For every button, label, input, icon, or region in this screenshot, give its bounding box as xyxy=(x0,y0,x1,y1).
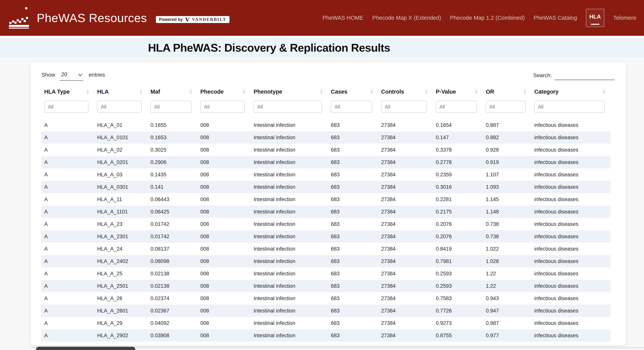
column-header[interactable]: Cases xyxy=(328,85,378,99)
table-cell: A xyxy=(41,243,94,255)
table-cell: A xyxy=(41,329,94,342)
table-cell: HLA_A_03 xyxy=(94,168,148,181)
table-cell: 27384 xyxy=(378,230,433,243)
column-header[interactable]: Maf xyxy=(148,85,197,99)
column-header[interactable]: HLA Type xyxy=(41,85,94,99)
table-cell: A xyxy=(41,304,94,317)
sort-arrows-icon xyxy=(425,90,428,94)
table-cell: 27384 xyxy=(378,218,433,230)
table-cell: A xyxy=(41,144,94,156)
column-header[interactable]: Phenotype xyxy=(250,85,328,99)
table-cell: Intestinal infection xyxy=(250,131,328,144)
column-header[interactable]: HLA xyxy=(94,85,148,99)
results-card: Show 20 entries Search: HLA Type HLA xyxy=(31,62,626,345)
title-band: HLA PheWAS: Discovery & Replication Resu… xyxy=(0,38,644,57)
table-cell: HLA_A_26 xyxy=(94,292,148,304)
filter-cell xyxy=(250,99,328,119)
table-cell: 0.2906 xyxy=(148,156,197,168)
column-header[interactable]: OR xyxy=(483,85,531,99)
table-cell: Intestinal infection xyxy=(250,218,328,230)
table-cell: 27384 xyxy=(378,267,433,280)
table-cell: 27384 xyxy=(378,193,433,206)
table-cell: infectious diseases xyxy=(531,230,610,243)
table-cell: A xyxy=(41,193,94,206)
column-header[interactable]: Category xyxy=(531,85,610,99)
table-cell: HLA_A_2301 xyxy=(94,230,148,243)
table-cell: 0.3016 xyxy=(433,181,483,193)
horizontal-scrollbar-thumb[interactable] xyxy=(36,347,135,350)
nav-item-hla[interactable]: HLA xyxy=(586,9,604,27)
table-cell: 1.22 xyxy=(483,267,531,280)
table-cell: 008 xyxy=(197,144,250,156)
nav-item-phewas-home[interactable]: PheWAS HOME xyxy=(322,15,364,21)
table-cell: infectious diseases xyxy=(531,317,610,329)
nav-item-label: Phecode Map X (Extended) xyxy=(372,15,441,21)
table-cell: 0.01742 xyxy=(148,218,197,230)
table-cell: 0.882 xyxy=(483,131,531,144)
vanderbilt-badge[interactable]: Powered by V VANDERBILT xyxy=(156,16,230,23)
table-cell: HLA_A_01 xyxy=(94,119,148,131)
column-header[interactable]: Controls xyxy=(378,85,433,99)
table-cell: 683 xyxy=(328,317,378,329)
table-cell: infectious diseases xyxy=(531,119,610,131)
table-cell: HLA_A_2601 xyxy=(94,304,148,317)
table-cell: HLA_A_23 xyxy=(94,218,148,230)
table-cell: 0.887 xyxy=(483,119,531,131)
table-row: AHLA_A_03010.141008Intestinal infection6… xyxy=(41,181,610,193)
nav-item-label: HLA xyxy=(589,14,601,20)
table-row: AHLA_A_01010.1653008Intestinal infection… xyxy=(41,131,610,144)
column-header[interactable]: P-Value xyxy=(433,85,483,99)
column-filter-input[interactable] xyxy=(486,101,526,113)
table-cell: 0.03908 xyxy=(148,329,197,342)
table-controls: Show 20 entries Search: xyxy=(41,71,616,81)
search-input[interactable] xyxy=(554,71,614,80)
table-cell: 0.7583 xyxy=(433,292,483,304)
column-header-label: Category xyxy=(534,89,558,95)
table-cell: 0.947 xyxy=(483,304,531,317)
column-filter-input[interactable] xyxy=(44,101,88,113)
table-cell: 008 xyxy=(197,131,250,144)
table-cell: 27384 xyxy=(378,280,433,292)
table-cell: 008 xyxy=(197,255,250,267)
column-filter-input[interactable] xyxy=(200,101,245,113)
table-cell: HLA_A_02 xyxy=(94,144,148,156)
page-length-control: Show 20 entries xyxy=(42,71,105,81)
table-cell: Intestinal infection xyxy=(250,181,328,193)
table-cell: HLA_A_0301 xyxy=(94,181,148,193)
column-filter-input[interactable] xyxy=(254,101,322,113)
nav-item-phewas-catalog[interactable]: PheWAS Catalog xyxy=(534,15,577,21)
table-cell: 1.148 xyxy=(483,206,531,218)
column-filter-input[interactable] xyxy=(150,101,192,113)
column-filter-input[interactable] xyxy=(331,101,372,113)
table-cell: Intestinal infection xyxy=(250,267,328,280)
table-cell: 1.145 xyxy=(483,193,531,206)
table-row: AHLA_A_260.02374008Intestinal infection6… xyxy=(41,292,610,304)
column-filter-input[interactable] xyxy=(436,101,477,113)
column-filter-input[interactable] xyxy=(381,101,427,113)
table-cell: 0.06425 xyxy=(148,206,197,218)
table-cell: A xyxy=(41,206,94,218)
table-cell: 0.141 xyxy=(148,181,197,193)
table-cell: HLA_A_1101 xyxy=(94,206,148,218)
nav-item-phecode-map-x-extended-[interactable]: Phecode Map X (Extended) xyxy=(372,15,441,21)
table-cell: 27384 xyxy=(378,255,433,267)
column-filter-input[interactable] xyxy=(534,101,604,113)
table-cell: A xyxy=(41,181,94,193)
column-header-label: Controls xyxy=(381,89,404,95)
table-cell: 0.8755 xyxy=(433,329,483,342)
table-cell: 0.8419 xyxy=(433,243,483,255)
column-header-label: Phenotype xyxy=(254,89,282,95)
column-filter-input[interactable] xyxy=(97,101,142,113)
filter-cell xyxy=(94,99,148,119)
nav-item-phecode-map-1-2-combined-[interactable]: Phecode Map 1.2 (Combined) xyxy=(450,15,525,21)
table-cell: 27384 xyxy=(378,292,433,304)
column-header[interactable]: Phecode xyxy=(197,85,250,99)
table-cell: Intestinal infection xyxy=(250,193,328,206)
page-length-select[interactable]: 20 xyxy=(60,71,83,81)
nav-item-telomere[interactable]: Telomere xyxy=(613,15,636,21)
table-cell: 008 xyxy=(197,243,250,255)
table-cell: Intestinal infection xyxy=(250,292,328,304)
filter-cell xyxy=(328,99,378,119)
show-label: Show xyxy=(42,71,55,78)
site-title: PheWAS Resources xyxy=(37,11,147,25)
